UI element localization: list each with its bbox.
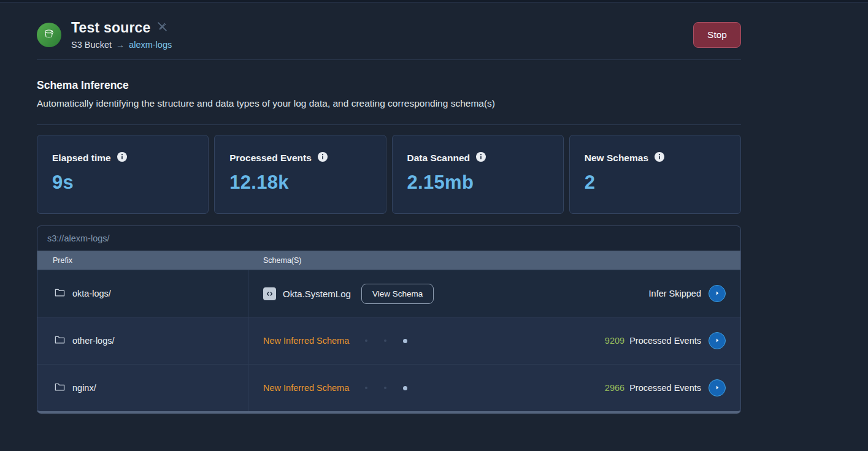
stat-card-processed-events: Processed Events 12.18k xyxy=(214,135,386,214)
header-divider xyxy=(37,59,741,60)
prefix-cell: other-logs/ xyxy=(37,317,248,364)
stat-value: 2 xyxy=(585,172,726,194)
source-type-label: S3 Bucket xyxy=(71,40,112,50)
stat-value: 12.18k xyxy=(229,172,371,194)
prefix-label: other-logs/ xyxy=(72,336,115,346)
page-title: Test source xyxy=(71,20,151,36)
section-divider xyxy=(37,124,741,125)
stat-card-new-schemas: New Schemas 2 xyxy=(569,135,741,214)
column-header-schemas: Schema(S) xyxy=(248,256,302,265)
breadcrumb-arrow-icon: → xyxy=(116,40,125,50)
source-header: Test source S3 Bucket → alexm-logs Stop xyxy=(37,20,741,50)
prefix-label: okta-logs/ xyxy=(72,289,111,298)
schema-cell: Okta.SystemLog View Schema Infer Skipped xyxy=(248,270,740,317)
loading-dots-icon xyxy=(365,339,407,343)
top-window-strip xyxy=(0,0,868,2)
table-row: okta-logs/ Okta.SystemLog View Schema In… xyxy=(37,270,740,317)
inferred-schema-status: New Inferred Schema xyxy=(263,383,349,393)
expand-row-button[interactable] xyxy=(709,285,726,302)
schema-inference-section: Schema Inference Automatically identifyi… xyxy=(37,79,741,109)
stat-label: Elapsed time xyxy=(52,153,111,164)
stats-row: Elapsed time 9s Processed Events 12.18k … xyxy=(37,135,741,214)
schema-cell: New Inferred Schema 9209 Processed Event… xyxy=(248,317,740,364)
info-icon[interactable] xyxy=(117,152,127,164)
stat-label: Data Scanned xyxy=(407,153,470,164)
stat-label: Processed Events xyxy=(229,153,312,164)
folder-icon xyxy=(55,288,65,299)
bucket-path-label: s3://alexm-logs/ xyxy=(37,226,740,251)
stop-button[interactable]: Stop xyxy=(693,22,741,48)
stat-label: New Schemas xyxy=(585,153,648,164)
folder-icon xyxy=(55,335,65,346)
s3-bucket-icon xyxy=(41,26,57,44)
schema-cell: New Inferred Schema 2966 Processed Event… xyxy=(248,365,740,411)
chevron-right-icon xyxy=(714,289,721,298)
inferred-schema-status: New Inferred Schema xyxy=(263,336,349,346)
expand-row-button[interactable] xyxy=(709,379,726,396)
stat-card-elapsed-time: Elapsed time 9s xyxy=(37,135,209,214)
source-bucket-link[interactable]: alexm-logs xyxy=(129,40,172,50)
main-content: Test source S3 Bucket → alexm-logs Stop … xyxy=(0,20,868,414)
processed-count: 9209 xyxy=(605,336,624,346)
prefix-cell: nginx/ xyxy=(37,365,248,411)
processed-events-label: Processed Events xyxy=(629,383,701,393)
table-row: other-logs/ New Inferred Schema 9209 Pro… xyxy=(37,317,740,364)
chevron-right-icon xyxy=(714,384,721,393)
edit-disabled-icon xyxy=(157,21,167,34)
prefix-label: nginx/ xyxy=(72,383,96,393)
code-schema-icon xyxy=(263,287,276,300)
loading-dots-icon xyxy=(365,386,407,390)
source-avatar xyxy=(37,23,61,47)
stat-card-data-scanned: Data Scanned 2.15mb xyxy=(392,135,564,214)
schema-name: Okta.SystemLog xyxy=(283,289,351,299)
stat-value: 2.15mb xyxy=(407,172,548,194)
infer-status: Infer Skipped xyxy=(649,289,701,298)
column-header-prefix: Prefix xyxy=(37,256,248,265)
processed-count: 2966 xyxy=(605,383,624,393)
expand-row-button[interactable] xyxy=(709,332,726,349)
prefix-table: s3://alexm-logs/ Prefix Schema(S) okta-l… xyxy=(37,226,741,414)
table-row: nginx/ New Inferred Schema 2966 Processe… xyxy=(37,364,740,411)
section-title: Schema Inference xyxy=(37,79,741,92)
breadcrumb: S3 Bucket → alexm-logs xyxy=(71,40,172,50)
info-icon[interactable] xyxy=(318,152,328,164)
processed-events-label: Processed Events xyxy=(629,336,701,346)
table-header: Prefix Schema(S) xyxy=(37,251,740,270)
folder-icon xyxy=(55,382,65,393)
chevron-right-icon xyxy=(714,336,721,346)
info-icon[interactable] xyxy=(476,152,486,164)
source-title-block: Test source S3 Bucket → alexm-logs xyxy=(71,20,172,50)
section-description: Automatically identifying the structure … xyxy=(37,98,741,109)
stat-value: 9s xyxy=(52,172,193,194)
view-schema-button[interactable]: View Schema xyxy=(361,284,434,304)
prefix-cell: okta-logs/ xyxy=(37,270,248,317)
info-icon[interactable] xyxy=(655,152,664,164)
